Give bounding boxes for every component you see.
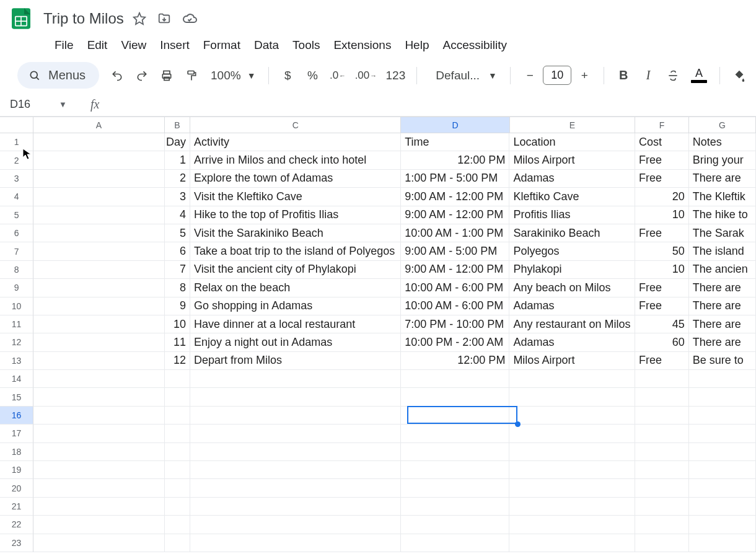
cell-D15[interactable] <box>401 388 509 406</box>
cell-D9[interactable]: 10:00 AM - 6:00 PM <box>401 279 509 297</box>
decrease-font-size-button[interactable]: − <box>523 69 537 82</box>
cell-C5[interactable]: Hike to the top of Profitis Ilias <box>190 206 401 224</box>
cell-A7[interactable] <box>33 242 164 260</box>
cell-B10[interactable]: 9 <box>165 297 191 315</box>
number-format-button[interactable]: 123 <box>387 69 404 82</box>
cell-B5[interactable]: 4 <box>165 206 191 224</box>
cell-E3[interactable]: Adamas <box>509 170 635 188</box>
cell-C4[interactable]: Visit the Kleftiko Cave <box>190 188 401 206</box>
cell-F18[interactable] <box>635 443 689 461</box>
document-title[interactable]: Trip to Milos <box>43 10 124 27</box>
cell-C23[interactable] <box>190 534 401 552</box>
cell-G17[interactable] <box>689 425 756 442</box>
cell-E6[interactable]: Sarakiniko Beach <box>509 224 635 242</box>
cell-A8[interactable] <box>33 261 164 279</box>
cell-F17[interactable] <box>635 425 689 442</box>
cell-C1[interactable]: Activity <box>190 133 401 151</box>
cell-C13[interactable]: Depart from Milos <box>190 352 401 370</box>
cell-A20[interactable] <box>33 479 164 497</box>
cell-F13[interactable]: Free <box>635 352 689 370</box>
cell-F11[interactable]: 45 <box>635 315 689 333</box>
cell-D23[interactable] <box>401 534 509 552</box>
cell-B20[interactable] <box>165 479 191 497</box>
cell-G13[interactable]: Be sure to <box>689 352 756 370</box>
select-all-corner[interactable] <box>0 117 33 133</box>
cell-D7[interactable]: 9:00 AM - 5:00 PM <box>401 242 509 260</box>
cell-E13[interactable]: Milos Airport <box>509 352 635 370</box>
cell-B8[interactable]: 7 <box>165 261 191 279</box>
cell-A14[interactable] <box>33 370 164 388</box>
cell-A18[interactable] <box>33 443 164 461</box>
cell-F7[interactable]: 50 <box>635 242 689 260</box>
cell-C18[interactable] <box>190 443 401 461</box>
cell-E8[interactable]: Phylakopi <box>509 261 635 279</box>
col-header-F[interactable]: F <box>635 117 689 133</box>
cell-F12[interactable]: 60 <box>635 333 689 351</box>
cell-G12[interactable]: There are <box>689 333 756 351</box>
cell-C17[interactable] <box>190 425 401 442</box>
cell-D4[interactable]: 9:00 AM - 12:00 PM <box>401 188 509 206</box>
cell-D14[interactable] <box>401 370 509 388</box>
spreadsheet-grid[interactable]: A B C D E F G 1DayActivityTimeLocationCo… <box>0 117 756 552</box>
menu-insert[interactable]: Insert <box>160 38 190 52</box>
row-header-14[interactable]: 14 <box>0 370 33 388</box>
cell-F5[interactable]: 10 <box>635 206 689 224</box>
cell-A9[interactable] <box>33 279 164 297</box>
cell-A19[interactable] <box>33 461 164 479</box>
cell-D22[interactable] <box>401 516 509 534</box>
col-header-G[interactable]: G <box>689 117 756 133</box>
cell-G11[interactable]: There are <box>689 315 756 333</box>
cell-F23[interactable] <box>635 534 689 552</box>
cell-D20[interactable] <box>401 479 509 497</box>
cell-C22[interactable] <box>190 516 401 534</box>
cell-G22[interactable] <box>689 516 756 534</box>
cell-D21[interactable] <box>401 498 509 516</box>
cell-B1[interactable]: Day <box>165 133 191 151</box>
cloud-status-icon[interactable] <box>182 11 197 26</box>
cell-F8[interactable]: 10 <box>635 261 689 279</box>
font-size-input[interactable]: 10 <box>543 66 571 85</box>
cell-F22[interactable] <box>635 516 689 534</box>
cell-B14[interactable] <box>165 370 191 388</box>
row-header-20[interactable]: 20 <box>0 479 33 497</box>
cell-D5[interactable]: 9:00 AM - 12:00 PM <box>401 206 509 224</box>
col-header-C[interactable]: C <box>190 117 401 133</box>
cell-D6[interactable]: 10:00 AM - 1:00 PM <box>401 224 509 242</box>
menu-view[interactable]: View <box>121 38 146 52</box>
grid-body[interactable]: 1DayActivityTimeLocationCostNotes21Arriv… <box>0 133 756 552</box>
text-color-button[interactable]: A <box>691 68 707 83</box>
cell-G9[interactable]: There are <box>689 279 756 297</box>
cell-G19[interactable] <box>689 461 756 479</box>
cell-F2[interactable]: Free <box>635 151 689 169</box>
cell-E21[interactable] <box>509 498 635 516</box>
menu-data[interactable]: Data <box>254 38 279 52</box>
cell-D11[interactable]: 7:00 PM - 10:00 PM <box>401 315 509 333</box>
name-box[interactable]: D16 ▼ <box>10 98 78 111</box>
row-header-15[interactable]: 15 <box>0 388 33 406</box>
cell-D3[interactable]: 1:00 PM - 5:00 PM <box>401 170 509 188</box>
cell-E15[interactable] <box>509 388 635 406</box>
cell-C8[interactable]: Visit the ancient city of Phylakopi <box>190 261 401 279</box>
cell-D8[interactable]: 9:00 AM - 12:00 PM <box>401 261 509 279</box>
cell-B15[interactable] <box>165 388 191 406</box>
cell-E4[interactable]: Kleftiko Cave <box>509 188 635 206</box>
menu-help[interactable]: Help <box>405 38 429 52</box>
cell-A16[interactable] <box>33 407 164 425</box>
cell-A22[interactable] <box>33 516 164 534</box>
cell-B3[interactable]: 2 <box>165 170 191 188</box>
menu-accessibility[interactable]: Accessibility <box>442 38 506 52</box>
cell-F1[interactable]: Cost <box>635 133 689 151</box>
col-header-D[interactable]: D <box>401 117 509 133</box>
row-header-22[interactable]: 22 <box>0 516 33 534</box>
cell-G21[interactable] <box>689 498 756 516</box>
cell-A21[interactable] <box>33 498 164 516</box>
menu-extensions[interactable]: Extensions <box>333 38 391 52</box>
cell-B12[interactable]: 11 <box>165 333 191 351</box>
fill-color-button[interactable] <box>732 69 746 82</box>
increase-font-size-button[interactable]: + <box>578 69 591 82</box>
cell-D2[interactable]: 12:00 PM <box>401 151 509 169</box>
menu-tools[interactable]: Tools <box>292 38 320 52</box>
cell-F3[interactable]: Free <box>635 170 689 188</box>
cell-E12[interactable]: Adamas <box>509 333 635 351</box>
cell-C9[interactable]: Relax on the beach <box>190 279 401 297</box>
